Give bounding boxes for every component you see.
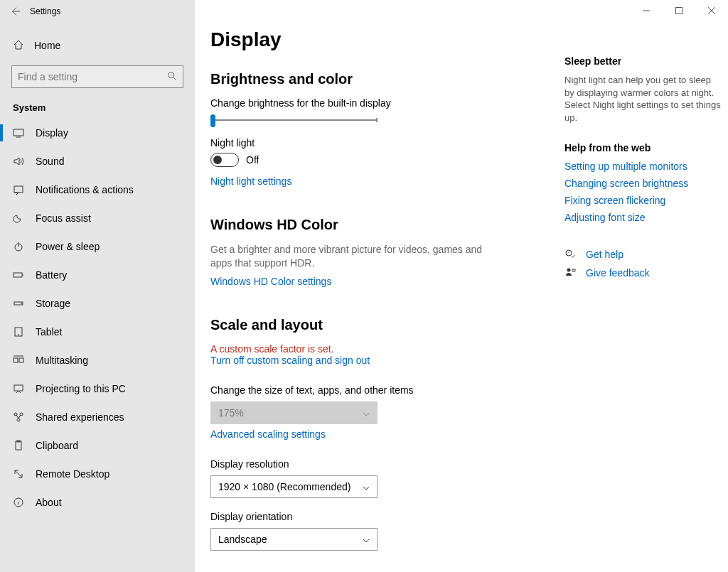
help-link-flickering[interactable]: Fixing screen flickering [564, 195, 721, 206]
shared-experiences-icon [13, 411, 24, 423]
titlebar: Settings [0, 0, 195, 23]
brightness-slider[interactable] [210, 114, 378, 127]
night-light-state: Off [246, 154, 259, 166]
text-size-label: Change the size of text, apps, and other… [210, 384, 564, 396]
hdcolor-section: Windows HD Color Get a brighter and more… [210, 217, 564, 293]
turn-off-scaling-link[interactable]: Turn off custom scaling and sign out [210, 355, 370, 366]
svg-point-0 [168, 72, 174, 78]
svg-point-6 [21, 303, 22, 304]
nav-storage[interactable]: Storage [0, 289, 195, 318]
search-container [0, 65, 195, 88]
slider-track [213, 119, 378, 121]
search-input[interactable] [12, 66, 183, 87]
nav-label: Projecting to this PC [36, 383, 126, 394]
sleep-better-desc: Night light can help you get to sleep by… [564, 74, 721, 124]
content-area: Display Brightness and color Change brig… [195, 0, 728, 572]
home-label: Home [34, 40, 60, 51]
nav-notifications[interactable]: Notifications & actions [0, 176, 195, 204]
nav-label: Focus assist [36, 212, 91, 224]
nav-label: Power & sleep [36, 241, 100, 252]
projecting-icon [13, 383, 24, 394]
nav-label: About [36, 497, 62, 508]
nav-shared-experiences[interactable]: Shared experiences [0, 403, 195, 431]
minimize-button[interactable] [630, 0, 663, 21]
page-title: Display [210, 28, 564, 51]
maximize-button[interactable] [663, 0, 695, 21]
night-light-toggle[interactable] [210, 153, 239, 167]
brightness-heading: Brightness and color [210, 71, 564, 87]
give-feedback-link[interactable]: Give feedback [586, 267, 650, 279]
nav-focus-assist[interactable]: Focus assist [0, 204, 195, 232]
help-link-monitors[interactable]: Setting up multiple monitors [564, 161, 721, 172]
night-light-settings-link[interactable]: Night light settings [210, 176, 291, 187]
advanced-scaling-link[interactable]: Advanced scaling settings [210, 428, 326, 440]
scale-section: Scale and layout A custom scale factor i… [210, 317, 564, 551]
sleep-better-heading: Sleep better [564, 55, 721, 67]
multitasking-icon [13, 355, 24, 366]
search-icon [167, 71, 177, 83]
nav-about[interactable]: About [0, 488, 195, 517]
chevron-down-icon [363, 407, 370, 419]
nav-remote-desktop[interactable]: Remote Desktop [0, 460, 195, 488]
storage-icon [13, 298, 24, 309]
slider-thumb[interactable] [210, 114, 215, 127]
text-size-value: 175% [218, 407, 244, 419]
nav-battery[interactable]: Battery [0, 261, 195, 289]
nav-display[interactable]: Display [0, 119, 195, 147]
help-link-brightness[interactable]: Changing screen brightness [564, 178, 721, 189]
search-box[interactable] [11, 65, 183, 88]
nav-label: Battery [36, 269, 67, 281]
get-help-row[interactable]: Get help [564, 249, 721, 260]
svg-rect-14 [16, 441, 21, 450]
get-help-link[interactable]: Get help [586, 249, 623, 260]
hdcolor-heading: Windows HD Color [210, 217, 564, 233]
get-help-icon [564, 249, 576, 260]
nav-label: Remote Desktop [36, 468, 109, 480]
display-icon [13, 127, 24, 139]
close-button[interactable] [695, 0, 728, 21]
hdcolor-settings-link[interactable]: Windows HD Color settings [210, 276, 331, 287]
help-link-fontsize[interactable]: Adjusting font size [564, 212, 721, 223]
nav-tablet[interactable]: Tablet [0, 318, 195, 346]
text-size-dropdown: 175% [210, 401, 378, 424]
nav-clipboard[interactable]: Clipboard [0, 431, 195, 460]
night-light-toggle-row: Off [210, 153, 564, 167]
give-feedback-row[interactable]: Give feedback [564, 267, 721, 279]
sidebar: Settings Home System Display [0, 0, 195, 572]
svg-rect-10 [14, 385, 23, 391]
svg-rect-8 [14, 358, 18, 362]
focus-assist-icon [13, 212, 24, 224]
orientation-dropdown[interactable]: Landscape [210, 528, 378, 551]
orientation-label: Display orientation [210, 511, 564, 522]
battery-icon [13, 269, 24, 281]
resolution-label: Display resolution [210, 458, 564, 470]
chevron-down-icon [363, 481, 370, 492]
hdcolor-desc: Get a brighter and more vibrant picture … [210, 243, 502, 270]
nav-sound[interactable]: Sound [0, 147, 195, 176]
svg-rect-4 [14, 273, 22, 277]
nav-label: Notifications & actions [36, 184, 134, 195]
nav-list: Display Sound Notifications & actions Fo… [0, 119, 195, 572]
help-web-heading: Help from the web [564, 142, 721, 153]
nav-multitasking[interactable]: Multitasking [0, 346, 195, 374]
svg-point-19 [567, 269, 571, 272]
orientation-value: Landscape [218, 534, 267, 545]
nav-label: Tablet [36, 326, 62, 338]
home-nav[interactable]: Home [0, 31, 195, 60]
resolution-value: 1920 × 1080 (Recommended) [218, 481, 350, 492]
nav-projecting[interactable]: Projecting to this PC [0, 374, 195, 403]
nav-label: Multitasking [36, 355, 88, 366]
night-light-label: Night light [210, 137, 564, 149]
brightness-section: Brightness and color Change brightness f… [210, 71, 564, 193]
clipboard-icon [13, 440, 24, 451]
remote-desktop-icon [13, 468, 24, 480]
nav-power-sleep[interactable]: Power & sleep [0, 232, 195, 261]
svg-rect-2 [14, 186, 23, 193]
resolution-dropdown[interactable]: 1920 × 1080 (Recommended) [210, 475, 378, 498]
chevron-down-icon [363, 534, 370, 545]
tablet-icon [13, 326, 24, 338]
brightness-slider-label: Change brightness for the built-in displ… [210, 97, 564, 109]
home-icon [13, 39, 24, 53]
nav-label: Clipboard [36, 440, 78, 451]
back-button[interactable] [0, 0, 30, 23]
